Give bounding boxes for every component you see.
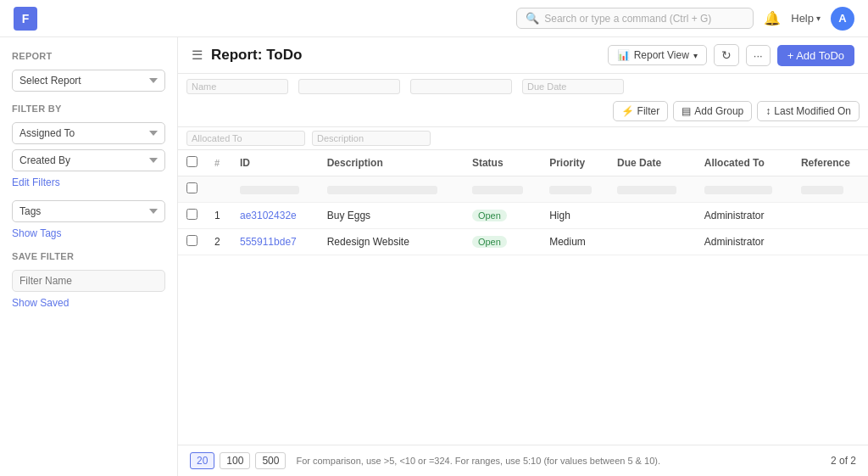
refresh-icon: ↻ (721, 48, 732, 62)
data-table: # ID Description Status Priority Due Dat… (178, 150, 868, 255)
header-due-date[interactable]: Due Date (609, 150, 696, 176)
header-id: # (206, 150, 231, 176)
table-row: 2 555911bde7 Redesign Website Open Mediu… (178, 229, 868, 255)
column-filter-bar: ⚡ Filter ▤ Add Group ↕ Last Modified On (178, 74, 868, 127)
header-reference[interactable]: Reference (793, 150, 868, 176)
topnav: F 🔍 Search or type a command (Ctrl + G) … (0, 0, 868, 37)
cell-status: Open (464, 229, 541, 255)
report-icon: 📊 (617, 49, 630, 61)
row-checkbox[interactable] (186, 209, 198, 220)
pagination: 20 100 500 For comparison, use >5, <10 o… (178, 445, 868, 476)
cell-due-date (609, 203, 696, 229)
table-container: # ID Description Status Priority Due Dat… (178, 150, 868, 445)
page-size-100[interactable]: 100 (220, 452, 250, 469)
cell-id: 555911bde7 (231, 229, 319, 255)
search-icon: 🔍 (526, 12, 539, 25)
cell-allocated-to: Administrator (696, 203, 793, 229)
filter1-select[interactable]: Assigned To (12, 122, 165, 144)
save-filter-section: Save Filter Show Saved (12, 251, 165, 309)
more-icon: ··· (754, 49, 763, 62)
cell-priority: High (541, 203, 609, 229)
save-filter-label: Save Filter (12, 251, 165, 261)
cell-reference (793, 203, 868, 229)
sort-icon: ↕ (765, 105, 771, 117)
row-num: 2 (206, 229, 231, 255)
name-search-input[interactable] (186, 79, 288, 94)
filter-button[interactable]: ⚡ Filter (613, 101, 669, 121)
cell-description: Redesign Website (319, 229, 464, 255)
content-area: ☰ Report: ToDo 📊 Report View ▾ ↻ ··· + A… (178, 37, 868, 476)
refresh-button[interactable]: ↻ (714, 44, 739, 66)
report-view-button[interactable]: 📊 Report View ▾ (608, 45, 707, 65)
header-checkbox-col (178, 150, 206, 176)
skeleton-row (178, 176, 868, 203)
desc-search-input[interactable] (298, 79, 400, 94)
search-placeholder: Search or type a command (Ctrl + G) (544, 13, 711, 25)
add-todo-button[interactable]: + Add ToDo (777, 45, 854, 66)
filter-by-section: Filter By Assigned To Created By Edit Fi… (12, 104, 165, 188)
filter-by-label: Filter By (12, 104, 165, 114)
help-menu[interactable]: Help ▾ (791, 12, 821, 25)
header-status[interactable]: Status (464, 150, 541, 176)
header-priority[interactable]: Priority (541, 150, 609, 176)
sidebar: Report Select Report Filter By Assigned … (0, 37, 178, 476)
status-search-input[interactable] (410, 79, 512, 94)
search-bar[interactable]: 🔍 Search or type a command (Ctrl + G) (516, 8, 754, 29)
filter-name-input[interactable] (12, 270, 165, 292)
edit-filters-link[interactable]: Edit Filters (12, 176, 165, 188)
cell-status: Open (464, 203, 541, 229)
add-group-button[interactable]: ▤ Add Group (673, 101, 752, 121)
app-logo[interactable]: F (14, 7, 37, 31)
avatar[interactable]: A (831, 7, 854, 31)
page-size-20[interactable]: 20 (190, 452, 214, 469)
more-button[interactable]: ··· (746, 45, 771, 66)
hamburger-icon[interactable]: ☰ (192, 48, 203, 63)
cell-due-date (609, 229, 696, 255)
filter2-select[interactable]: Created By (12, 149, 165, 171)
cell-priority: Medium (541, 229, 609, 255)
cell-description: Buy Eggs (319, 203, 464, 229)
table-row: 1 ae3102432e Buy Eggs Open High Administ… (178, 203, 868, 229)
chevron-down-icon: ▾ (693, 51, 698, 60)
cell-allocated-to: Administrator (696, 229, 793, 255)
header-description[interactable]: Description (319, 150, 464, 176)
report-section: Report Select Report (12, 51, 165, 92)
filter-icon: ⚡ (621, 105, 634, 117)
page-count: 2 of 2 (831, 455, 856, 467)
chevron-down-icon: ▾ (816, 14, 821, 23)
page-title: Report: ToDo (211, 47, 302, 64)
main-layout: Report Select Report Filter By Assigned … (0, 37, 868, 476)
report-section-label: Report (12, 51, 165, 61)
show-tags-link[interactable]: Show Tags (12, 227, 165, 239)
extra-filter-row (178, 127, 868, 150)
filter-actions: ⚡ Filter ▤ Add Group ↕ Last Modified On (613, 101, 860, 121)
header-actions: 📊 Report View ▾ ↻ ··· + Add ToDo (608, 44, 854, 66)
pagination-hint: For comparison, use >5, <10 or =324. For… (296, 456, 660, 466)
table-header-row: # ID Description Status Priority Due Dat… (178, 150, 868, 176)
sort-button[interactable]: ↕ Last Modified On (757, 101, 860, 121)
cell-id: ae3102432e (231, 203, 319, 229)
tags-select[interactable]: Tags (12, 200, 165, 222)
notifications-bell[interactable]: 🔔 (764, 10, 781, 26)
select-all-checkbox[interactable] (186, 156, 198, 167)
due-date-search-input[interactable] (522, 79, 624, 94)
group-icon: ▤ (682, 105, 691, 117)
row-checkbox[interactable] (186, 235, 198, 246)
cell-reference (793, 229, 868, 255)
page-size-500[interactable]: 500 (255, 452, 286, 469)
tags-section: Tags Show Tags (12, 200, 165, 239)
show-saved-link[interactable]: Show Saved (12, 297, 165, 309)
description-search-input2[interactable] (312, 131, 431, 146)
page-header: ☰ Report: ToDo 📊 Report View ▾ ↻ ··· + A… (178, 37, 868, 74)
header-allocated-to[interactable]: Allocated To (696, 150, 793, 176)
row-num: 1 (206, 203, 231, 229)
select-report-dropdown[interactable]: Select Report (12, 70, 165, 92)
allocated-to-search-input[interactable] (186, 131, 305, 146)
header-id-col[interactable]: ID (231, 150, 319, 176)
skeleton-checkbox[interactable] (186, 182, 198, 193)
